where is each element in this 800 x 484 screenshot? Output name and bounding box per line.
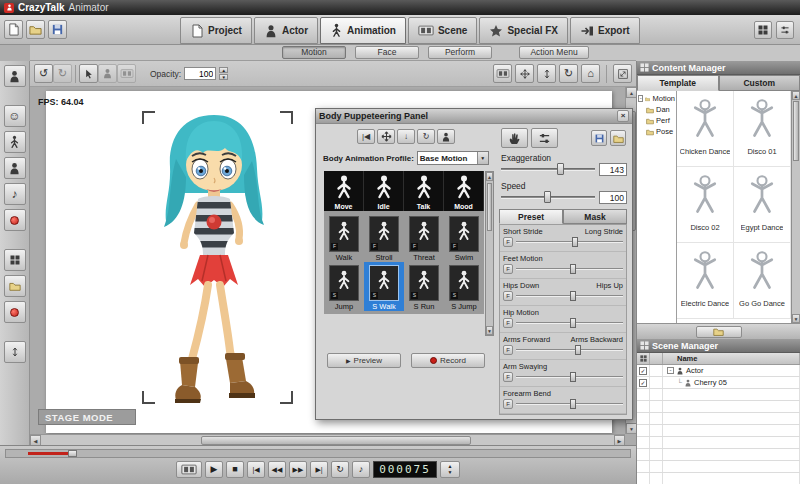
preview-button[interactable]: ▶ Preview <box>327 353 401 368</box>
param-slider[interactable] <box>516 264 623 274</box>
tab-preset[interactable]: Preset <box>499 209 563 224</box>
visibility-checkbox[interactable]: ✓ <box>639 367 647 375</box>
body-tool-button[interactable] <box>4 131 26 153</box>
opacity-input[interactable] <box>184 67 216 80</box>
param-flag-button[interactable]: F <box>503 237 513 247</box>
param-flag-button[interactable]: F <box>503 264 513 274</box>
stop-button[interactable]: ■ <box>226 461 244 478</box>
motion-grid-scrollbar[interactable]: ▲ ▼ <box>485 171 494 336</box>
puppet-mode-sliders-button[interactable] <box>531 128 558 148</box>
collapse-icon[interactable]: - <box>638 95 643 102</box>
open-folder-button[interactable] <box>696 326 742 338</box>
select-tool-button[interactable] <box>79 64 98 83</box>
open-project-button[interactable] <box>26 20 45 39</box>
param-slider[interactable] <box>516 318 623 328</box>
param-flag-button[interactable]: F <box>503 399 513 409</box>
camera-view-button[interactable] <box>176 461 202 478</box>
subtab-perform[interactable]: Perform <box>428 46 492 59</box>
timeline-scrubber[interactable] <box>5 449 631 458</box>
tab-special-fx[interactable]: Special FX <box>479 17 568 44</box>
record-button[interactable]: Record <box>411 353 485 368</box>
scrollbar-thumb[interactable] <box>487 183 492 231</box>
param-slider[interactable] <box>516 237 623 247</box>
audio-toggle-button[interactable]: ♪ <box>352 461 370 478</box>
scene-manager-header[interactable]: Scene Manager <box>637 339 800 353</box>
motion-item-walk[interactable]: F Walk <box>324 213 364 262</box>
scale-tool-button[interactable] <box>537 64 556 83</box>
tree-item-pose[interactable]: Pose <box>638 126 675 137</box>
motion-item-move[interactable]: Move <box>324 171 364 211</box>
motion-item-stroll[interactable]: F Stroll <box>364 213 404 262</box>
load-preset-button[interactable] <box>610 130 626 146</box>
first-frame-icon[interactable]: |◀ <box>357 129 375 144</box>
action-menu-button[interactable]: Action Menu <box>519 46 589 59</box>
tree-item-dance[interactable]: Dan <box>638 104 675 115</box>
puppet-mode-hand-button[interactable] <box>501 128 528 148</box>
move-tool-button[interactable] <box>515 64 534 83</box>
save-project-button[interactable] <box>48 20 67 39</box>
scrollbar-thumb[interactable] <box>201 436 471 445</box>
slider-handle[interactable] <box>570 264 576 274</box>
audio-tool-button[interactable]: ♪ <box>4 183 26 205</box>
motion-item-s-jump[interactable]: S S Jump <box>444 262 484 311</box>
subtab-motion[interactable]: Motion <box>282 46 346 59</box>
motion-item-s-walk-selected[interactable]: S S Walk <box>364 262 404 311</box>
param-slider[interactable] <box>516 372 623 382</box>
scroll-up-icon[interactable]: ▲ <box>792 91 800 100</box>
fast-forward-button[interactable]: ▶▶ <box>289 461 307 478</box>
expand-toggle-icon[interactable]: - <box>667 367 674 374</box>
content-item-disco-02[interactable]: Disco 02 <box>677 167 734 243</box>
tab-mask[interactable]: Mask <box>563 209 627 224</box>
param-flag-button[interactable]: F <box>503 372 513 382</box>
record-indicator-button[interactable] <box>4 209 26 231</box>
scroll-right-icon[interactable]: ▶ <box>614 435 625 445</box>
rotate-tool-button[interactable]: ↻ <box>559 64 578 83</box>
redo-button[interactable]: ↻ <box>53 64 72 83</box>
param-slider[interactable] <box>516 291 623 301</box>
tab-template[interactable]: Template <box>637 75 719 91</box>
slider-handle[interactable] <box>570 318 576 328</box>
scrollbar-thumb[interactable] <box>793 101 799 161</box>
scene-row-actor[interactable]: ✓ - Actor <box>637 365 800 377</box>
display-settings-icon[interactable] <box>754 21 772 39</box>
motion-item-swim[interactable]: F Swim <box>444 213 484 262</box>
content-manager-header[interactable]: Content Manager <box>637 61 800 75</box>
camera-tool-button[interactable] <box>117 64 136 83</box>
preferences-gear-icon[interactable] <box>776 21 794 39</box>
puppet-record-button[interactable] <box>4 301 26 323</box>
param-flag-button[interactable]: F <box>503 345 513 355</box>
slider-handle[interactable] <box>570 372 576 382</box>
loop-button[interactable]: ↻ <box>331 461 349 478</box>
render-preview-button[interactable] <box>493 64 512 83</box>
spinner-up-icon[interactable]: ▲ <box>219 67 228 73</box>
slider-handle[interactable] <box>572 237 578 247</box>
param-slider[interactable] <box>516 399 623 409</box>
tab-project[interactable]: Project <box>180 17 252 44</box>
reset-view-button[interactable]: ⌂ <box>581 64 600 83</box>
content-item-chicken-dance[interactable]: Chicken Dance <box>677 91 734 167</box>
exaggeration-slider[interactable] <box>501 163 595 175</box>
tab-animation[interactable]: Animation <box>320 17 406 44</box>
scroll-left-icon[interactable]: ◀ <box>30 435 41 445</box>
slider-handle[interactable] <box>570 399 576 409</box>
slider-handle[interactable] <box>570 291 576 301</box>
face-tool-button[interactable]: ☺ <box>4 105 26 127</box>
motion-tool-button[interactable] <box>4 157 26 179</box>
fit-view-button[interactable] <box>613 64 632 83</box>
tab-custom[interactable]: Custom <box>719 75 800 91</box>
motion-item-mood[interactable]: Mood <box>444 171 484 211</box>
motion-item-threat[interactable]: F Threat <box>404 213 444 262</box>
go-to-start-button[interactable]: |◀ <box>247 461 265 478</box>
tab-export[interactable]: Export <box>570 17 640 44</box>
motion-item-idle[interactable]: Idle <box>364 171 404 211</box>
opacity-spinner[interactable]: ▲ ▼ <box>219 67 228 80</box>
stepper-down-icon[interactable]: ▼ <box>448 470 453 475</box>
actor-mode-button[interactable] <box>4 65 26 87</box>
tab-scene[interactable]: Scene <box>408 17 477 44</box>
scroll-down-icon[interactable]: ▼ <box>792 314 800 323</box>
rewind-button[interactable]: ◀◀ <box>268 461 286 478</box>
scene-row-cherry-05[interactable]: ✓ └ Cherry 05 <box>637 377 800 389</box>
subtab-face[interactable]: Face <box>355 46 419 59</box>
scene-objects-button[interactable] <box>4 275 26 297</box>
slider-handle[interactable] <box>575 345 581 355</box>
